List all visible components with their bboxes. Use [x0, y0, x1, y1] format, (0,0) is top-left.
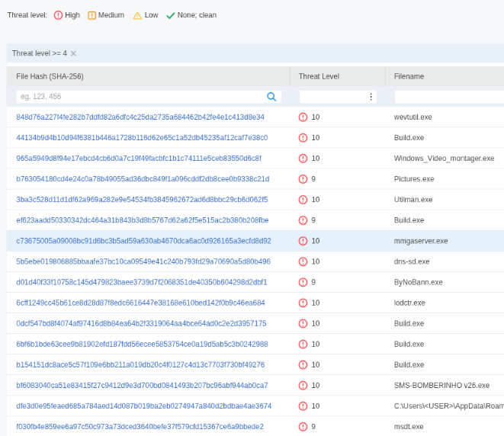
legend-item-high: High — [53, 11, 80, 21]
table-row: f030fb4e859ee6a97c50c973a73dced3640befe3… — [7, 416, 504, 436]
filename-cell: Build.exe — [386, 210, 504, 230]
filename-cell: Build.exe — [386, 354, 504, 374]
circle-exclamation-icon — [298, 339, 308, 349]
column-header-threat-level: Threat Level — [291, 66, 386, 86]
threat-level-value: 10 — [312, 361, 320, 369]
threat-level-cell: 10 — [291, 354, 386, 374]
hash-cell: b154151dc8ace5c57f109e6bb211a019db20c4f0… — [7, 354, 291, 374]
triangle-warning-icon — [133, 11, 143, 20]
hash-link[interactable]: 5b5ebe019806885bbaafe37bc10ca09549e41c24… — [17, 257, 271, 265]
filename-cell: ByNoBann.exe — [386, 272, 504, 292]
threat-level-cell: 10 — [291, 189, 386, 209]
circle-exclamation-icon — [298, 112, 308, 122]
table-header-row: File Hash (SHA-256) Threat Level Filenam… — [7, 66, 504, 86]
filename-cell-text: C:\Users\<USER>\AppData\Roaming — [394, 402, 504, 410]
check-icon — [166, 11, 176, 20]
threat-level-filter-input[interactable] — [300, 90, 377, 103]
hash-link[interactable]: dfe3d0e95feaed685a784aed14d087b019ba2eb0… — [17, 402, 272, 410]
threat-level-value: 10 — [312, 154, 320, 162]
hash-cell: 0dcf547bd8f4074af97416d8b84ea64b2f331906… — [7, 313, 291, 333]
hash-table: File Hash (SHA-256) Threat Level Filenam… — [7, 66, 504, 436]
threat-level-value: 10 — [312, 236, 320, 245]
hash-link[interactable]: 848d76a227f4fe282b7ddfd82a6dfc4c25da2735… — [17, 113, 265, 121]
hash-link[interactable]: 0dcf547bd8f4074af97416d8b84ea64b2f331906… — [17, 319, 267, 328]
hash-search-input[interactable] — [17, 90, 281, 103]
filename-cell-text: Build.exe — [394, 319, 424, 328]
filename-filter-input[interactable] — [395, 90, 504, 103]
hash-link[interactable]: ef623aadd50330342dc464a31b843b3d8b5767d6… — [17, 216, 269, 224]
threat-level-cell: 10 — [291, 293, 386, 313]
circle-exclamation-icon — [298, 256, 308, 266]
legend-item-medium: Medium — [87, 11, 124, 20]
threat-level-value: 10 — [312, 319, 320, 328]
circle-exclamation-icon — [298, 360, 308, 370]
kebab-dot — [370, 93, 371, 95]
hash-cell: 3ba3c528d11d1df62a969a282e9e54534fb38459… — [7, 189, 291, 209]
threat-level-value: 10 — [312, 381, 320, 390]
hash-link[interactable]: b154151dc8ace5c57f109e6bb211a019db20c4f0… — [17, 361, 265, 369]
filename-cell: wevtutil.exe — [386, 107, 504, 127]
hash-link[interactable]: d01d40f33f10758c145d479823baee3739d7f206… — [17, 277, 268, 286]
circle-exclamation-icon — [298, 380, 308, 390]
hash-link[interactable]: b763054180cd4e24c0a78b49055ad36dbc849f1a… — [17, 175, 270, 183]
hash-link[interactable]: 6cff1249cc45b61ce8d28d87f8edc6616447e381… — [17, 298, 265, 306]
hash-link[interactable]: c73675005a09008bc91d6bc3b5ad59a630ab4670… — [17, 236, 271, 245]
filename-cell: C:\Users\<USER>\AppData\Roaming — [386, 396, 504, 415]
hash-cell: dfe3d0e95feaed685a784aed14d087b019ba2eb0… — [7, 396, 291, 415]
hash-link[interactable]: 44134b9d4b10d94f6381b446a1728b116d62e65c… — [17, 133, 268, 142]
circle-exclamation-icon — [298, 401, 308, 411]
filename-filter-box — [395, 90, 504, 103]
threat-level-cell: 10 — [291, 107, 386, 127]
hash-cell: c73675005a09008bc91d6bc3b5ad59a630ab4670… — [7, 231, 291, 251]
threat-level-cell: 10 — [291, 396, 386, 415]
kebab-dot — [370, 98, 371, 100]
table-row: dfe3d0e95feaed685a784aed14d087b019ba2eb0… — [7, 396, 504, 416]
threat-level-value: 9 — [312, 422, 316, 431]
threat-level-value: 10 — [312, 113, 320, 121]
hash-filter-cell — [7, 86, 291, 107]
square-exclamation-icon — [87, 11, 96, 20]
search-icon[interactable] — [267, 91, 278, 102]
hash-link[interactable]: 6bf6b1bde63cee9b81902efd187fdd56ecee5853… — [17, 340, 268, 348]
hash-link[interactable]: bf6083040ca51e83415f27c9412d9e3d700bd084… — [17, 381, 268, 390]
filename-cell-text: mmgaserver.exe — [394, 236, 448, 245]
hash-cell: 44134b9d4b10d94f6381b446a1728b116d62e65c… — [7, 127, 291, 147]
hash-link[interactable]: 3ba3c528d11d1df62a969a282e9e54534fb38459… — [17, 195, 268, 204]
table-row: b763054180cd4e24c0a78b49055ad36dbc849f1a… — [7, 168, 504, 189]
close-x-icon — [70, 50, 76, 56]
kebab-menu-icon[interactable] — [370, 92, 371, 101]
threat-level-value: 10 — [312, 402, 320, 410]
hash-cell: 5b5ebe019806885bbaafe37bc10ca09549e41c24… — [7, 252, 291, 271]
filename-cell: mmgaserver.exe — [386, 231, 504, 251]
threat-level-cell: 10 — [291, 334, 386, 354]
hash-link[interactable]: f030fb4e859ee6a97c50c973a73dced3640befe3… — [17, 422, 264, 431]
table-row: 44134b9d4b10d94f6381b446a1728b116d62e65c… — [7, 127, 504, 148]
legend-item-label: High — [65, 11, 80, 19]
hash-cell: 965a5949d8f94e17ebcd4cb6d0a7c19f49facbfc… — [7, 148, 291, 168]
legend-item-low: Low — [133, 11, 158, 20]
filename-cell: Build.exe — [386, 127, 504, 147]
threat-level-cell: 10 — [291, 375, 386, 395]
filename-cell: lodctr.exe — [386, 293, 504, 313]
filename-cell-text: wevtutil.exe — [394, 113, 432, 121]
hash-link[interactable]: 965a5949d8f94e17ebcd4cb6d0a7c19f49facbfc… — [17, 154, 262, 162]
table-filter-row — [7, 86, 504, 107]
hash-cell: f030fb4e859ee6a97c50c973a73dced3640befe3… — [7, 416, 291, 436]
remove-filter-icon[interactable] — [70, 50, 76, 56]
filename-cell-text: ByNoBann.exe — [394, 277, 443, 286]
threat-level-value: 9 — [312, 216, 316, 224]
filename-cell: Build.exe — [386, 334, 504, 354]
table-row: d01d40f33f10758c145d479823baee3739d7f206… — [7, 272, 504, 293]
table-body: 848d76a227f4fe282b7ddfd82a6dfc4c25da2735… — [7, 107, 504, 436]
hash-cell: 6bf6b1bde63cee9b81902efd187fdd56ecee5853… — [7, 334, 291, 354]
hash-search-box — [17, 90, 281, 103]
filename-cell-text: Build.exe — [394, 361, 424, 369]
circle-exclamation-icon — [298, 236, 308, 245]
threat-level-cell: 10 — [291, 127, 386, 147]
threat-level-value: 10 — [312, 195, 320, 204]
results-panel: Threat level >= 4 File Hash (SHA-256) Th… — [7, 43, 504, 436]
table-row: 848d76a227f4fe282b7ddfd82a6dfc4c25da2735… — [7, 107, 504, 127]
threat-level-value: 10 — [312, 257, 320, 265]
table-row: 3ba3c528d11d1df62a969a282e9e54534fb38459… — [7, 189, 504, 210]
page: Threat level: High Medium Low — [0, 0, 504, 436]
